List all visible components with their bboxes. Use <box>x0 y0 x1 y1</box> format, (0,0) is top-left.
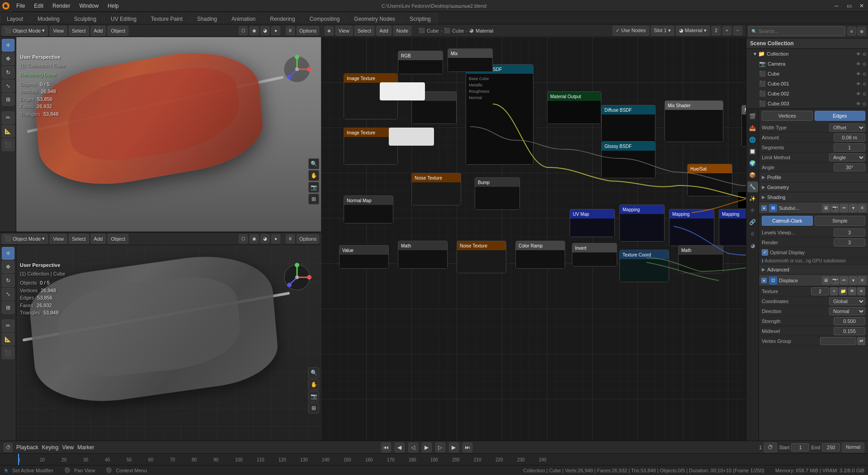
transform-tool-bottom[interactable]: ⊞ <box>2 301 14 314</box>
catmull-clark-btn[interactable]: Catmull-Clark <box>762 216 813 226</box>
texture-show-btn[interactable]: 👁 <box>848 287 856 295</box>
props-tab-constraints[interactable]: 🔗 <box>747 217 758 228</box>
optimal-display-checkbox[interactable]: ✓ <box>762 249 768 256</box>
node-blue-2[interactable]: Mapping <box>619 204 665 242</box>
jump-start-btn[interactable]: ⏮ <box>381 442 391 452</box>
minimize-button[interactable]: ─ <box>830 0 843 11</box>
node-principled-bsdf[interactable]: Principled BSDF Base Color Metallic Roug… <box>466 64 533 165</box>
subdiv-close-btn[interactable]: ✕ <box>858 204 866 212</box>
tab-rendering[interactable]: Rendering <box>263 13 302 24</box>
midlevel-input[interactable] <box>834 327 865 335</box>
direction-select[interactable]: Normal X Y Z <box>829 307 865 315</box>
props-tab-output[interactable]: 📤 <box>747 123 758 133</box>
texture-new-btn[interactable]: + <box>830 287 838 295</box>
node-coord[interactable]: Texture Coord <box>619 250 669 282</box>
node-add-btn[interactable]: Add <box>376 26 392 36</box>
node-material-output[interactable]: Material Output <box>547 91 601 124</box>
node-select-btn[interactable]: Select <box>354 26 375 36</box>
tab-texture-paint[interactable]: Texture Paint <box>144 13 189 24</box>
measure-tool[interactable]: 📐 <box>2 125 14 138</box>
displace-render-btn[interactable]: 📷 <box>831 276 839 285</box>
node-bump[interactable]: Bump <box>475 177 520 210</box>
cube-visibility[interactable]: 👁 <box>856 71 861 76</box>
props-tab-physics[interactable]: ⚛ <box>747 205 758 216</box>
simple-btn[interactable]: Simple <box>815 216 866 226</box>
play-btn[interactable]: ▶ <box>422 442 432 452</box>
vp-top-wire-btn[interactable]: ⬡ <box>239 26 248 35</box>
angle-input[interactable] <box>834 163 865 171</box>
props-tab-modifiers[interactable]: 🔧 <box>747 181 758 192</box>
collection-lock-icon[interactable]: ⊙ <box>863 52 866 57</box>
profile-section-toggle[interactable]: ▶ Profile <box>759 172 868 182</box>
cube002-lock[interactable]: ⊙ <box>863 91 866 96</box>
cursor-tool-bottom[interactable]: ✛ <box>2 247 14 260</box>
node-node-btn[interactable]: Node <box>393 26 411 36</box>
maximize-button[interactable]: ▭ <box>843 0 855 11</box>
tree-item-collection[interactable]: ▾ 📁 Collection 👁 ⊙ <box>746 49 868 59</box>
vp-top-material-btn[interactable]: ◕ <box>260 26 269 35</box>
rotate-tool-bottom[interactable]: ↻ <box>2 274 14 287</box>
geometry-section-toggle[interactable]: ▶ Geometry <box>759 182 868 192</box>
rotate-tool[interactable]: ↻ <box>2 66 14 79</box>
next-frame-btn[interactable]: ▶ <box>449 442 459 452</box>
node-top-2[interactable]: Mix <box>448 48 493 72</box>
vp-bottom-select-btn[interactable]: Select <box>69 234 89 244</box>
tree-item-cube[interactable]: ⬛ Cube 👁 ⊙ <box>746 69 868 79</box>
transform-tool[interactable]: ⊞ <box>2 93 14 106</box>
texture-browse-btn[interactable]: 📁 <box>839 287 847 295</box>
displace-close-btn[interactable]: ✕ <box>858 276 866 285</box>
tab-modeling[interactable]: Modeling <box>31 13 66 24</box>
node-black-square[interactable] <box>737 191 746 209</box>
filter-btn-1[interactable]: ≡ <box>847 27 856 36</box>
close-button[interactable]: ✕ <box>855 0 868 11</box>
node-diffuse[interactable]: Diffuse BSDF <box>601 105 656 142</box>
props-tab-particles[interactable]: ✨ <box>747 193 758 204</box>
width-type-select[interactable]: Offset Width Depth <box>829 124 865 132</box>
subdiv-enable-icon[interactable]: ● <box>761 205 767 211</box>
next-keyframe-btn[interactable]: ▷ <box>435 442 445 452</box>
node-editor-type-icon[interactable]: ◈ <box>325 26 334 35</box>
view-menu-timeline[interactable]: View <box>62 444 74 451</box>
viewport-bottom-gizmo[interactable] <box>281 261 317 298</box>
node-grid[interactable]: Image Texture Image Texture Mix Principl… <box>321 37 746 441</box>
vp-bottom-add-btn[interactable]: Add <box>91 234 106 244</box>
filter-btn-2[interactable]: ⊕ <box>857 27 866 36</box>
render-input[interactable] <box>834 238 865 247</box>
vp-bottom-render-btn[interactable]: ● <box>271 234 280 243</box>
search-bar[interactable]: 🔍 <box>748 26 845 36</box>
tab-compositing[interactable]: Compositing <box>303 13 347 24</box>
prev-frame-btn[interactable]: ◀ <box>395 442 405 452</box>
tree-item-camera[interactable]: 📷 Camera 👁 ⊙ <box>746 59 868 69</box>
vp-top-add-btn[interactable]: Add <box>91 26 106 36</box>
edges-tab-btn[interactable]: Edges <box>815 111 866 121</box>
texture-input[interactable] <box>811 287 829 295</box>
props-tab-scene[interactable]: 🔲 <box>747 146 758 157</box>
menu-file[interactable]: File <box>12 0 29 11</box>
tab-scripting[interactable]: Scripting <box>403 13 438 24</box>
playback-menu[interactable]: Playback <box>16 444 38 451</box>
menu-help[interactable]: Help <box>103 0 123 11</box>
cube003-lock[interactable]: ⊙ <box>863 101 866 106</box>
vp-bottom-pause-btn[interactable]: ⏸ <box>286 234 295 243</box>
node-blue-3[interactable]: Mapping <box>669 209 714 246</box>
segments-input[interactable] <box>834 143 865 152</box>
strength-input[interactable] <box>834 317 865 325</box>
material-btn[interactable]: ◕ Material ▾ <box>676 26 710 36</box>
search-input[interactable] <box>759 28 842 34</box>
hand-icon[interactable]: ✋ <box>308 170 319 181</box>
subdiv-edit-btn[interactable]: ✏ <box>840 204 848 212</box>
cube003-visibility[interactable]: 👁 <box>856 101 861 106</box>
move-tool-bottom[interactable]: ✥ <box>2 261 14 273</box>
node-top-1[interactable]: RGB <box>398 51 443 74</box>
texture-del-btn[interactable]: ✕ <box>857 287 865 295</box>
slot-btn[interactable]: Slot 1 ▾ <box>651 26 674 36</box>
vp-bottom-object-btn[interactable]: Object <box>108 234 128 244</box>
vp-top-pause-btn[interactable]: ⏸ <box>286 26 295 35</box>
tab-sculpting[interactable]: Sculpting <box>67 13 103 24</box>
annotate-tool-bottom[interactable]: ✏ <box>2 319 14 332</box>
start-frame-input[interactable] <box>791 443 809 451</box>
shading-section-toggle[interactable]: ▶ Shading <box>759 192 868 202</box>
node-white-square[interactable] <box>380 82 425 100</box>
keying-menu[interactable]: Keying <box>42 444 59 451</box>
node-right-1[interactable]: Mix Shader <box>741 105 746 147</box>
